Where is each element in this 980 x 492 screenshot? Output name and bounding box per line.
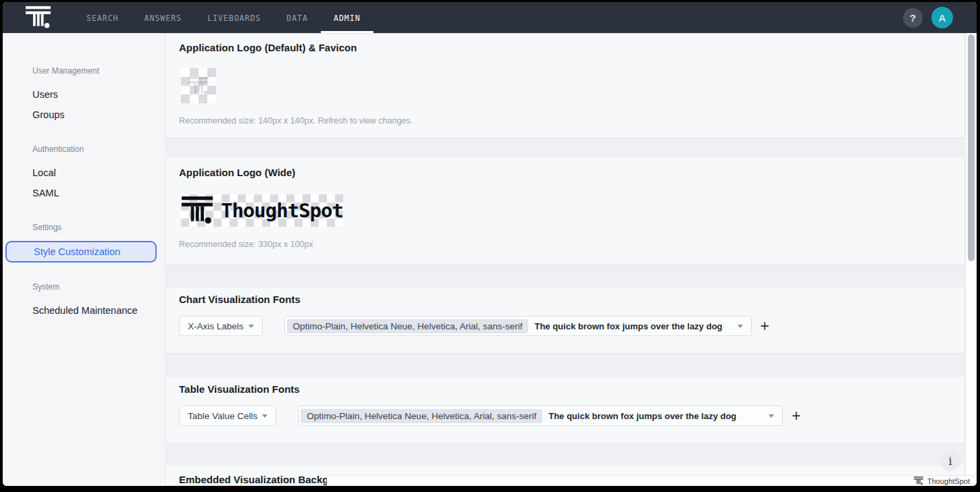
thoughtspot-mark-faint-icon: [188, 77, 209, 95]
tab-liveboards[interactable]: LIVEBOARDS: [195, 2, 274, 33]
sidebar-group-label: Settings: [3, 223, 165, 232]
sidebar-item-local[interactable]: Local: [3, 163, 165, 183]
sidebar-group-label: System: [3, 282, 165, 292]
admin-sidebar: User Management Users Groups Authenticat…: [3, 33, 165, 486]
chart-font-target-select[interactable]: X-Axis Labels: [179, 316, 263, 336]
chart-font-target-label: X-Axis Labels: [188, 321, 244, 331]
table-font-target-select[interactable]: Table Value Cells: [179, 406, 276, 426]
sidebar-item-style-customization[interactable]: Style Customization: [5, 241, 157, 263]
section-wide-logo: Application Logo (Wide) ThoughtSpot Reco: [165, 158, 965, 265]
section-gap: [165, 138, 965, 158]
tab-admin[interactable]: ADMIN: [321, 2, 373, 33]
section-title: Chart Visualization Fonts: [179, 294, 964, 305]
wide-logo-upload-preview[interactable]: ThoughtSpot: [181, 194, 343, 227]
window-frame: SEARCH ANSWERS LIVEBOARDS DATA ADMIN ? A…: [0, 0, 980, 492]
sidebar-item-scheduled-maintenance[interactable]: Scheduled Maintenance: [3, 300, 165, 321]
info-icon[interactable]: i: [940, 451, 960, 471]
sidebar-group-user-management: User Management Users Groups: [3, 66, 165, 125]
chevron-down-icon: [262, 414, 267, 418]
table-font-target-label: Table Value Cells: [188, 411, 257, 421]
font-preview-text: The quick brown fox jumps over the lazy …: [548, 411, 736, 421]
top-nav-bar: SEARCH ANSWERS LIVEBOARDS DATA ADMIN ? A: [3, 2, 977, 33]
chevron-down-icon: [249, 325, 254, 328]
wide-logo-helper-text: Recommended size: 330px x 100px: [179, 240, 964, 249]
sidebar-item-groups[interactable]: Groups: [3, 105, 165, 125]
nav-tabs: SEARCH ANSWERS LIVEBOARDS DATA ADMIN: [74, 2, 373, 33]
font-preview-text: The quick brown fox jumps over the lazy …: [534, 321, 722, 331]
section-title: Table Visualization Fonts: [179, 383, 964, 395]
tab-data[interactable]: DATA: [274, 2, 321, 33]
thoughtspot-wordmark: ThoughtSpot: [221, 199, 343, 222]
sidebar-item-users[interactable]: Users: [3, 84, 165, 105]
scrollbar-track: [965, 33, 977, 475]
avatar[interactable]: A: [931, 7, 953, 28]
table-font-family-select[interactable]: Optimo-Plain, Helvetica Neue, Helvetica,…: [298, 406, 783, 426]
add-font-button[interactable]: +: [792, 409, 800, 422]
footer-strip: ThoughtSpot: [327, 475, 977, 486]
chevron-down-icon: [738, 325, 743, 328]
section-gap: [165, 354, 965, 377]
style-customization-main: Application Logo (Default) & Favicon Rec…: [165, 33, 977, 486]
thoughtspot-logo-icon[interactable]: [26, 6, 51, 29]
table-font-row: Table Value Cells Optimo-Plain, Helvetic…: [179, 406, 964, 426]
favicon-upload-preview[interactable]: [181, 68, 216, 103]
sidebar-item-saml[interactable]: SAML: [3, 183, 165, 203]
watermark-text: ThoughtSpot: [927, 477, 970, 485]
sidebar-group-authentication: Authentication Local SAML: [3, 144, 165, 203]
tab-search[interactable]: SEARCH: [74, 2, 132, 33]
sidebar-group-label: User Management: [3, 66, 165, 76]
section-favicon: Application Logo (Default) & Favicon Rec…: [165, 33, 965, 138]
section-title: Application Logo (Default) & Favicon: [179, 42, 964, 53]
scrollbar-thumb[interactable]: [968, 34, 975, 261]
section-gap: [165, 265, 965, 288]
sidebar-group-settings: Settings Style Customization: [3, 223, 165, 263]
content-area: User Management Users Groups Authenticat…: [3, 33, 977, 486]
thoughtspot-watermark: ThoughtSpot: [914, 476, 970, 485]
thoughtspot-mark-icon: [914, 476, 923, 485]
font-stack-chip: Optimo-Plain, Helvetica Neue, Helvetica,…: [301, 409, 542, 423]
chevron-down-icon: [769, 414, 774, 418]
thoughtspot-mark-icon: [182, 196, 213, 225]
help-icon[interactable]: ?: [903, 8, 923, 28]
favicon-helper-text: Recommended size: 140px x 140px. Refresh…: [179, 116, 964, 126]
sidebar-group-label: Authentication: [3, 144, 165, 154]
section-table-fonts: Table Visualization Fonts Table Value Ce…: [165, 377, 965, 443]
sidebar-group-system: System Scheduled Maintenance: [3, 282, 165, 321]
app-screen: SEARCH ANSWERS LIVEBOARDS DATA ADMIN ? A…: [3, 2, 977, 486]
chart-font-row: X-Axis Labels Optimo-Plain, Helvetica Ne…: [179, 316, 964, 336]
font-stack-chip: Optimo-Plain, Helvetica Neue, Helvetica,…: [287, 319, 529, 333]
nav-right-controls: ? A: [903, 7, 953, 28]
add-font-button[interactable]: +: [760, 319, 769, 333]
section-gap: [165, 443, 965, 466]
chart-font-family-select[interactable]: Optimo-Plain, Helvetica Neue, Helvetica,…: [284, 316, 752, 336]
section-chart-fonts: Chart Visualization Fonts X-Axis Labels …: [165, 288, 965, 354]
tab-answers[interactable]: ANSWERS: [132, 2, 195, 33]
section-title: Application Logo (Wide): [179, 167, 964, 178]
